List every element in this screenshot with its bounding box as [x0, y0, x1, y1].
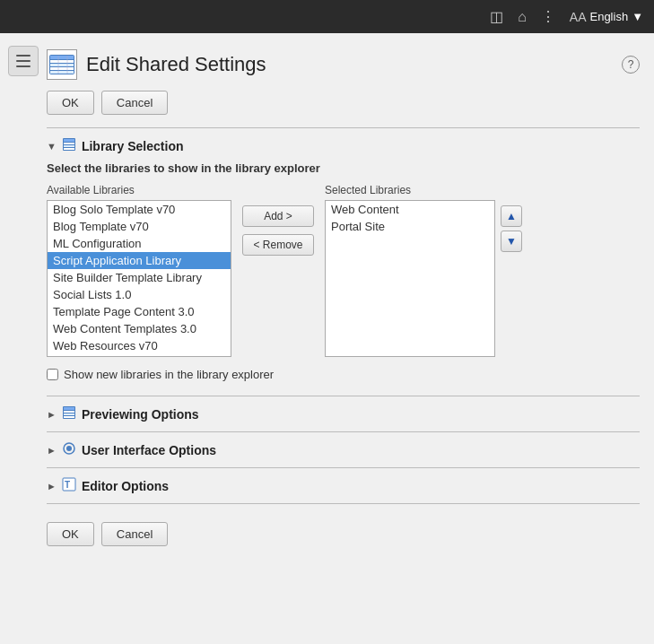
svg-rect-12 — [64, 148, 74, 150]
library-section-header[interactable]: ▼ Library Selection — [47, 128, 640, 161]
page-icon — [47, 49, 77, 80]
editor-icon: T — [62, 477, 76, 494]
svg-rect-15 — [64, 411, 74, 413]
svg-rect-17 — [64, 416, 74, 418]
language-selector[interactable]: AA English ▼ — [570, 10, 643, 24]
hamburger-line-1 — [16, 55, 31, 57]
available-library-item[interactable]: Script Application Library — [48, 252, 231, 269]
available-library-item[interactable]: Social Lists 1.0 — [48, 286, 231, 303]
svg-rect-4 — [50, 67, 74, 70]
page-header-left: Edit Shared Settings — [47, 49, 266, 80]
ok-button-bottom[interactable]: OK — [47, 522, 94, 546]
library-section-title: Library Selection — [82, 139, 184, 153]
available-label: Available Libraries — [47, 184, 231, 196]
move-up-button[interactable]: ▲ — [501, 205, 522, 227]
sidebar-area — [0, 33, 47, 577]
available-libraries-col: Available Libraries Blog Solo Template v… — [47, 184, 231, 357]
available-library-item[interactable]: Wiki Template v70 — [48, 354, 231, 357]
move-buttons: ▲ ▼ — [495, 205, 522, 252]
hamburger-button[interactable] — [8, 46, 39, 76]
ui-section-header[interactable]: ► User Interface Options — [47, 432, 640, 467]
cancel-button-bottom[interactable]: Cancel — [101, 522, 168, 546]
document-icon[interactable]: ◫ — [490, 8, 503, 25]
available-library-item[interactable]: ML Configuration — [48, 235, 231, 252]
page-header: Edit Shared Settings ? — [47, 42, 640, 91]
add-button[interactable]: Add > — [242, 205, 314, 227]
svg-rect-2 — [50, 60, 74, 63]
svg-rect-9 — [64, 139, 74, 142]
hamburger-line-2 — [16, 60, 31, 62]
library-section-content: Select the libraries to show in the libr… — [47, 161, 640, 396]
topbar: ◫ ⌂ ⋮ AA English ▼ — [0, 0, 654, 33]
ui-section: ► User Interface Options — [47, 432, 640, 467]
home-icon[interactable]: ⌂ — [518, 9, 527, 25]
svg-rect-5 — [50, 71, 74, 74]
page-title: Edit Shared Settings — [86, 53, 266, 76]
previewing-section-header[interactable]: ► Previewing Options — [47, 396, 640, 431]
previewing-arrow-icon: ► — [47, 409, 57, 420]
library-columns: Available Libraries Blog Solo Template v… — [47, 184, 640, 357]
editor-section-title: Editor Options — [82, 479, 169, 493]
library-description: Select the libraries to show in the libr… — [47, 161, 640, 175]
previewing-icon — [62, 405, 76, 422]
bottom-divider — [47, 503, 640, 504]
available-library-item[interactable]: Web Content Templates 3.0 — [48, 320, 231, 337]
bottom-button-row: OK Cancel — [47, 522, 640, 546]
available-library-item[interactable]: Blog Template v70 — [48, 218, 231, 235]
ui-arrow-icon: ► — [47, 445, 57, 456]
previewing-section: ► Previewing Options — [47, 396, 640, 431]
svg-text:T: T — [65, 480, 70, 490]
selected-library-item[interactable]: Web Content — [326, 201, 494, 218]
translate-icon: AA — [570, 10, 587, 24]
cancel-button-top[interactable]: Cancel — [101, 91, 168, 115]
available-library-item[interactable]: Web Resources v70 — [48, 337, 231, 354]
svg-point-19 — [66, 446, 72, 451]
svg-rect-1 — [50, 56, 74, 59]
top-button-row: OK Cancel — [47, 91, 640, 115]
language-label: English — [589, 10, 628, 23]
editor-section-header[interactable]: ► T Editor Options — [47, 468, 640, 503]
library-actions: Add > < Remove — [231, 205, 325, 256]
previewing-section-title: Previewing Options — [82, 407, 199, 422]
settings-table-svg — [49, 55, 74, 74]
selected-libraries-col: Selected Libraries Web ContentPortal Sit… — [325, 184, 495, 357]
selected-listbox[interactable]: Web ContentPortal Site — [325, 200, 495, 357]
selected-library-item[interactable]: Portal Site — [326, 218, 494, 235]
content-wrapper: Edit Shared Settings ? OK Cancel ▼ Libr — [0, 33, 654, 577]
svg-rect-11 — [64, 145, 74, 147]
hamburger-line-3 — [16, 65, 31, 67]
move-down-button[interactable]: ▼ — [501, 231, 522, 252]
available-library-item[interactable]: Blog Solo Template v70 — [48, 201, 231, 218]
more-icon[interactable]: ⋮ — [541, 8, 555, 25]
available-listbox[interactable]: Blog Solo Template v70Blog Template v70M… — [47, 200, 231, 357]
svg-rect-14 — [64, 407, 74, 410]
library-arrow-icon: ▼ — [47, 141, 57, 152]
svg-rect-10 — [64, 143, 74, 144]
available-library-item[interactable]: Template Page Content 3.0 — [48, 303, 231, 320]
remove-button[interactable]: < Remove — [242, 234, 314, 256]
library-icon — [62, 137, 76, 154]
editor-section: ► T Editor Options — [47, 468, 640, 503]
chevron-down-icon: ▼ — [632, 10, 643, 23]
svg-rect-3 — [50, 64, 74, 66]
show-new-libraries-row: Show new libraries in the library explor… — [47, 368, 640, 381]
show-new-libraries-checkbox[interactable] — [47, 369, 58, 380]
show-new-libraries-label[interactable]: Show new libraries in the library explor… — [64, 368, 274, 381]
available-library-item[interactable]: Site Builder Template Library — [48, 269, 231, 286]
ui-icon — [62, 441, 76, 458]
selected-label: Selected Libraries — [325, 184, 495, 196]
ui-section-title: User Interface Options — [82, 443, 216, 457]
editor-arrow-icon: ► — [47, 481, 57, 492]
help-button[interactable]: ? — [622, 56, 640, 74]
main-panel: Edit Shared Settings ? OK Cancel ▼ Libr — [47, 33, 654, 577]
ok-button-top[interactable]: OK — [47, 91, 94, 115]
svg-rect-16 — [64, 413, 74, 415]
